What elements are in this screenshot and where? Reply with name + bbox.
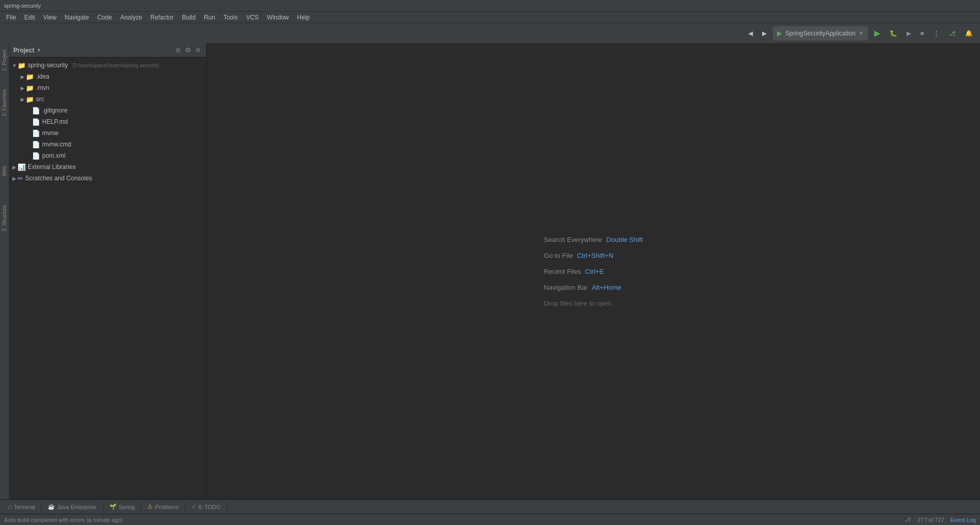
run-config-dropdown-icon[interactable]: ▼ [859, 30, 864, 36]
main-content: 1: Project 2: Favorites Web 3: Structure… [0, 43, 980, 499]
menu-build[interactable]: Build [178, 13, 200, 22]
tree-label-scratches: Scratches and Consoles [25, 175, 92, 182]
java-enterprise-icon: ☕ [48, 503, 55, 510]
folder-icon-src: 📁 [26, 96, 34, 103]
menu-navigate[interactable]: Navigate [61, 13, 93, 22]
tab-java-enterprise[interactable]: ☕ Java Enterprise [42, 501, 103, 512]
menu-window[interactable]: Window [263, 13, 293, 22]
tree-arrow-idea: ▶ [20, 74, 26, 80]
tree-label-external-libs: External Libraries [28, 163, 76, 171]
close-panel-button[interactable]: ✕ [194, 45, 202, 55]
forward-button[interactable]: ▶ [759, 28, 770, 39]
menu-bar: File Edit View Navigate Code Analyze Ref… [0, 11, 980, 23]
tree-item-mvnw[interactable]: ▶ 📄 mvnw [9, 127, 206, 139]
tab-todo[interactable]: ✓ 6: TODO [186, 501, 228, 512]
tree-label-src: src [36, 96, 44, 103]
file-tree[interactable]: ▼ 📁 spring-security D:\workspace\learn\s… [9, 58, 206, 499]
menu-tools[interactable]: Tools [219, 13, 242, 22]
window-title: spring-security [4, 3, 41, 9]
search-everywhere-hint: Search Everywhere Double Shift [544, 236, 642, 243]
menu-refactor[interactable]: Refactor [146, 13, 178, 22]
tree-item-external-libs[interactable]: ▶ 📊 External Libraries [9, 161, 206, 173]
menu-run[interactable]: Run [200, 13, 219, 22]
tree-item-helpmd[interactable]: ▶ 📄 HELP.md [9, 116, 206, 127]
tree-label-idea: .idea [36, 73, 49, 80]
status-left: Auto build completed with errors (a minu… [4, 517, 123, 523]
java-enterprise-label: Java Enterprise [57, 504, 96, 510]
navigation-bar-label: Navigation Bar [544, 284, 587, 291]
navigation-bar-hint: Navigation Bar Alt+Home [544, 284, 642, 291]
menu-vcs[interactable]: VCS [242, 13, 263, 22]
tree-item-gitignore[interactable]: ▶ 📄 .gitignore [9, 105, 206, 116]
file-icon-pomxml: 📄 [32, 152, 40, 160]
tab-spring[interactable]: 🌱 Spring [103, 501, 142, 512]
tree-item-scratches[interactable]: ▶ ✏ Scratches and Consoles [9, 173, 206, 184]
collapse-all-button[interactable]: ⊖ [174, 45, 182, 55]
toolbar-right: ◀ ▶ ▶ SpringSecurityApplication ▼ ▶ 🐛 ▶ … [745, 26, 976, 41]
search-everywhere-shortcut: Double Shift [606, 236, 643, 243]
tree-item-idea[interactable]: ▶ 📁 .idea [9, 71, 206, 82]
left-icon-strip: 1: Project 2: Favorites Web 3: Structure [0, 43, 9, 499]
go-to-file-shortcut: Ctrl+Shift+N [577, 252, 614, 259]
show-options-button[interactable]: ⚙ [184, 45, 192, 55]
notifications-button[interactable]: 🔔 [962, 28, 976, 39]
panel-dropdown-icon[interactable]: ▼ [36, 47, 42, 53]
tab-problems[interactable]: ⚠ Problems [141, 501, 185, 512]
panel-header: Project ▼ ⊖ ⚙ ✕ [9, 43, 206, 58]
scratch-icon: ✏ [17, 175, 23, 182]
run-button[interactable]: ▶ [871, 26, 883, 40]
profile-button[interactable]: ▶ [903, 28, 914, 39]
run-config-icon: ▶ [777, 29, 782, 37]
drop-files-hint: Drop files here to open [544, 299, 642, 307]
structure-tab-vertical[interactable]: 3: Structure [1, 201, 8, 236]
file-icon-mvnw: 📄 [32, 129, 40, 137]
tree-item-pomxml[interactable]: ▶ 📄 pom.xml [9, 150, 206, 161]
git-branch-icon: ⎇ [904, 516, 911, 523]
project-panel: Project ▼ ⊖ ⚙ ✕ ▼ 📁 spring-security D:\w… [9, 43, 207, 499]
run-config-selector[interactable]: ▶ SpringSecurityApplication ▼ [773, 26, 868, 41]
tree-item-mvnwcmd[interactable]: ▶ 📄 mvnw.cmd [9, 139, 206, 150]
back-button[interactable]: ◀ [745, 28, 756, 39]
project-tab-vertical[interactable]: 1: Project [1, 45, 8, 75]
tree-arrow-scratches: ▶ [11, 176, 17, 181]
menu-help[interactable]: Help [293, 13, 314, 22]
tree-arrow-mvn: ▶ [20, 85, 26, 91]
tree-item-root[interactable]: ▼ 📁 spring-security D:\workspace\learn\s… [9, 60, 206, 71]
status-message: Auto build completed with errors (a minu… [4, 517, 123, 523]
favorites-tab-vertical[interactable]: 2: Favorites [1, 85, 8, 120]
menu-edit[interactable]: Edit [20, 13, 39, 22]
debug-button[interactable]: 🐛 [886, 28, 900, 39]
git-button[interactable]: ⎇ [946, 28, 959, 39]
menu-analyze[interactable]: Analyze [116, 13, 146, 22]
folder-icon-idea: 📁 [26, 73, 34, 81]
editor-area: Search Everywhere Double Shift Go to Fil… [207, 43, 980, 499]
go-to-file-label: Go to File [544, 252, 572, 259]
toolbar: ◀ ▶ ▶ SpringSecurityApplication ▼ ▶ 🐛 ▶ … [0, 23, 980, 43]
panel-title-text: Project [13, 47, 34, 54]
title-bar: spring-security [0, 0, 980, 11]
tree-label-pomxml: pom.xml [42, 152, 65, 159]
menu-view[interactable]: View [39, 13, 61, 22]
tree-label-gitignore: .gitignore [42, 107, 67, 114]
todo-label: 6: TODO [198, 504, 221, 510]
panel-actions: ⊖ ⚙ ✕ [174, 45, 202, 55]
problems-icon: ⚠ [147, 503, 153, 510]
tab-terminal[interactable]: □ Terminal [2, 502, 42, 512]
menu-file[interactable]: File [2, 13, 20, 22]
lib-icon: 📊 [17, 163, 26, 171]
run-config-name: SpringSecurityApplication [785, 30, 856, 37]
recent-files-shortcut: Ctrl+E [585, 268, 604, 275]
spring-icon: 🌱 [109, 503, 117, 510]
tree-item-src[interactable]: ▶ 📁 src [9, 93, 206, 105]
terminal-icon: □ [8, 504, 12, 510]
tree-arrow-root: ▼ [11, 63, 17, 68]
web-tab-vertical[interactable]: Web [1, 162, 8, 180]
stop-button[interactable]: ■ [917, 28, 927, 39]
menu-code[interactable]: Code [93, 13, 116, 22]
tree-item-mvn[interactable]: ▶ 📁 .mvn [9, 82, 206, 93]
more-actions-button[interactable]: ⋮ [930, 28, 942, 39]
event-log-link[interactable]: Event Log [950, 517, 976, 523]
drop-files-label: Drop files here to open [544, 299, 612, 307]
tree-label-mvn: .mvn [36, 84, 49, 91]
recent-files-hint: Recent Files Ctrl+E [544, 268, 642, 275]
